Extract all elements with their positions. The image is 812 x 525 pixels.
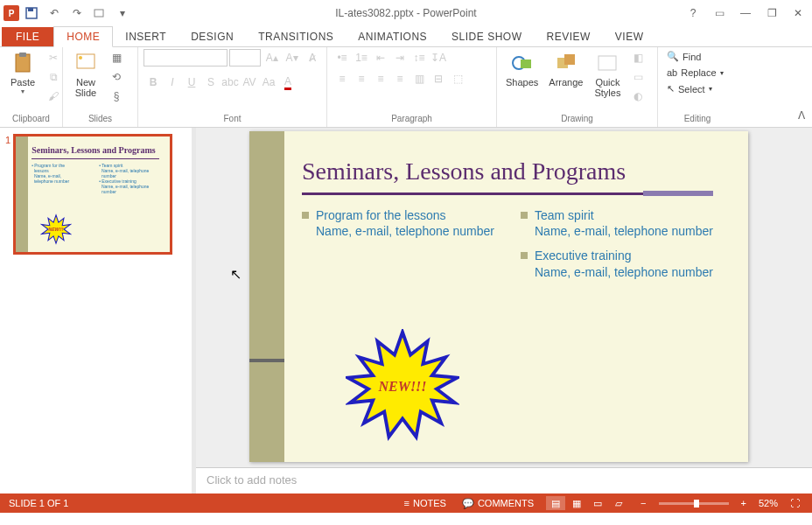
zoom-slider[interactable]: [659, 502, 729, 505]
notes-input[interactable]: Click to add notes: [196, 467, 812, 494]
svg-rect-8: [521, 60, 531, 68]
star-shape[interactable]: NEW!!!: [346, 329, 459, 444]
normal-view-icon[interactable]: ▤: [546, 496, 565, 510]
section-icon[interactable]: §: [107, 88, 126, 105]
select-button[interactable]: ↖Select▾: [663, 81, 716, 96]
tab-view[interactable]: VIEW: [603, 27, 656, 46]
status-bar: SLIDE 1 OF 1 ≡ NOTES 💬 COMMENTS ▤ ▦ ▭ ▱ …: [0, 494, 812, 513]
justify-icon[interactable]: ≡: [390, 70, 410, 88]
italic-icon[interactable]: I: [163, 74, 182, 91]
save-icon[interactable]: [21, 3, 42, 24]
comments-toggle[interactable]: 💬 COMMENTS: [458, 496, 537, 511]
undo-icon[interactable]: ↶: [44, 3, 65, 24]
slide-thumbnail-panel[interactable]: 1 Seminars, Lessons and Programs • Progr…: [0, 128, 192, 494]
cut-icon[interactable]: ✂: [44, 49, 63, 66]
copy-icon[interactable]: ⧉: [44, 68, 63, 86]
find-button[interactable]: 🔍Find: [663, 49, 704, 64]
clear-format-icon[interactable]: A̷: [303, 49, 321, 66]
arrange-button[interactable]: Arrange: [545, 49, 586, 89]
align-right-icon[interactable]: ≡: [371, 70, 390, 88]
svg-text:NEW!!!: NEW!!!: [49, 227, 64, 232]
tab-file[interactable]: FILE: [2, 27, 53, 46]
shape-effects-icon[interactable]: ◐: [628, 88, 648, 105]
svg-rect-4: [19, 52, 26, 57]
app-icon: P: [4, 5, 19, 21]
select-icon: ↖: [667, 83, 675, 94]
zoom-level[interactable]: 52%: [759, 498, 778, 508]
font-size-combo[interactable]: [229, 49, 262, 66]
ribbon-tabs: FILE HOME INSERT DESIGN TRANSITIONS ANIM…: [0, 26, 812, 47]
replace-button[interactable]: abReplace▾: [663, 66, 727, 80]
find-icon: 🔍: [667, 51, 679, 62]
change-case-icon[interactable]: Aa: [259, 74, 278, 91]
minimize-icon[interactable]: —: [735, 5, 756, 21]
redo-icon[interactable]: ↷: [66, 3, 88, 24]
fit-window-icon[interactable]: ⛶: [787, 496, 803, 510]
sorter-view-icon[interactable]: ▦: [567, 496, 586, 510]
bold-icon[interactable]: B: [144, 74, 163, 91]
slideshow-view-icon[interactable]: ▱: [609, 496, 628, 510]
svg-rect-2: [94, 10, 103, 17]
content-column-right[interactable]: Team spiritName, e-mail, telephone numbe…: [521, 207, 713, 289]
zoom-in-button[interactable]: +: [738, 496, 750, 510]
slide-canvas[interactable]: Seminars, Lessons and Programs Program f…: [249, 131, 748, 462]
underline-icon[interactable]: U: [182, 74, 201, 91]
align-center-icon[interactable]: ≡: [352, 70, 371, 88]
tab-home[interactable]: HOME: [53, 26, 113, 47]
shapes-button[interactable]: Shapes: [502, 49, 542, 89]
font-color-icon[interactable]: A: [278, 74, 298, 91]
shape-outline-icon[interactable]: ▭: [628, 68, 648, 86]
reading-view-icon[interactable]: ▭: [588, 496, 607, 510]
bullets-icon[interactable]: •≡: [332, 49, 352, 66]
slide-thumbnail[interactable]: 1 Seminars, Lessons and Programs • Progr…: [5, 135, 186, 254]
align-text-icon[interactable]: ⊟: [429, 70, 448, 88]
numbering-icon[interactable]: 1≡: [352, 49, 371, 66]
thumb-number: 1: [5, 135, 10, 254]
content-column-left[interactable]: Program for the lessonsName, e-mail, tel…: [302, 207, 494, 289]
decrease-indent-icon[interactable]: ⇤: [371, 49, 390, 66]
tab-animations[interactable]: ANIMATIONS: [346, 27, 439, 46]
paste-button[interactable]: Paste ▾: [5, 49, 40, 97]
increase-font-icon[interactable]: A▴: [262, 49, 281, 66]
tab-slideshow[interactable]: SLIDE SHOW: [439, 27, 534, 46]
restore-icon[interactable]: ❐: [761, 5, 782, 21]
smartart-icon[interactable]: ⬚: [448, 70, 467, 88]
tab-design[interactable]: DESIGN: [178, 27, 246, 46]
svg-rect-10: [564, 54, 575, 65]
reset-icon[interactable]: ⟲: [107, 68, 126, 86]
zoom-out-button[interactable]: −: [637, 496, 649, 510]
group-slides: Slides: [68, 112, 132, 125]
quick-styles-button[interactable]: Quick Styles: [590, 49, 625, 100]
shadow-icon[interactable]: S: [201, 74, 220, 91]
group-editing: Editing: [663, 112, 732, 125]
tab-insert[interactable]: INSERT: [113, 27, 178, 46]
tab-transitions[interactable]: TRANSITIONS: [246, 27, 346, 46]
increase-indent-icon[interactable]: ⇥: [390, 49, 410, 66]
new-slide-button[interactable]: New Slide: [68, 49, 103, 100]
tab-review[interactable]: REVIEW: [534, 27, 602, 46]
start-from-beginning-icon[interactable]: [89, 3, 110, 24]
shape-fill-icon[interactable]: ◧: [628, 49, 648, 66]
columns-icon[interactable]: ▥: [410, 70, 429, 88]
slide-edit-area[interactable]: Seminars, Lessons and Programs Program f…: [196, 128, 812, 467]
char-spacing-icon[interactable]: AV: [240, 74, 259, 91]
svg-point-6: [79, 56, 82, 60]
line-spacing-icon[interactable]: ↕≡: [410, 49, 429, 66]
strike-icon[interactable]: abc: [220, 74, 240, 91]
collapse-ribbon-icon[interactable]: ᐱ: [798, 109, 805, 122]
star-text: NEW!!!: [378, 379, 426, 395]
close-icon[interactable]: ✕: [788, 5, 808, 21]
slide-title[interactable]: Seminars, Lessons and Programs: [302, 158, 713, 186]
text-direction-icon[interactable]: ↧A: [429, 49, 448, 66]
format-painter-icon[interactable]: 🖌: [44, 88, 63, 105]
help-icon[interactable]: ?: [682, 5, 704, 21]
qat-customize-icon[interactable]: ▾: [112, 3, 133, 24]
slide-counter[interactable]: SLIDE 1 OF 1: [9, 498, 401, 508]
align-left-icon[interactable]: ≡: [332, 70, 352, 88]
font-family-combo[interactable]: [144, 49, 228, 66]
ribbon-display-icon[interactable]: ▭: [709, 5, 730, 21]
notes-toggle[interactable]: ≡ NOTES: [401, 496, 450, 510]
decrease-font-icon[interactable]: A▾: [283, 49, 301, 66]
group-clipboard: Clipboard: [5, 112, 57, 125]
layout-icon[interactable]: ▦: [107, 49, 126, 66]
